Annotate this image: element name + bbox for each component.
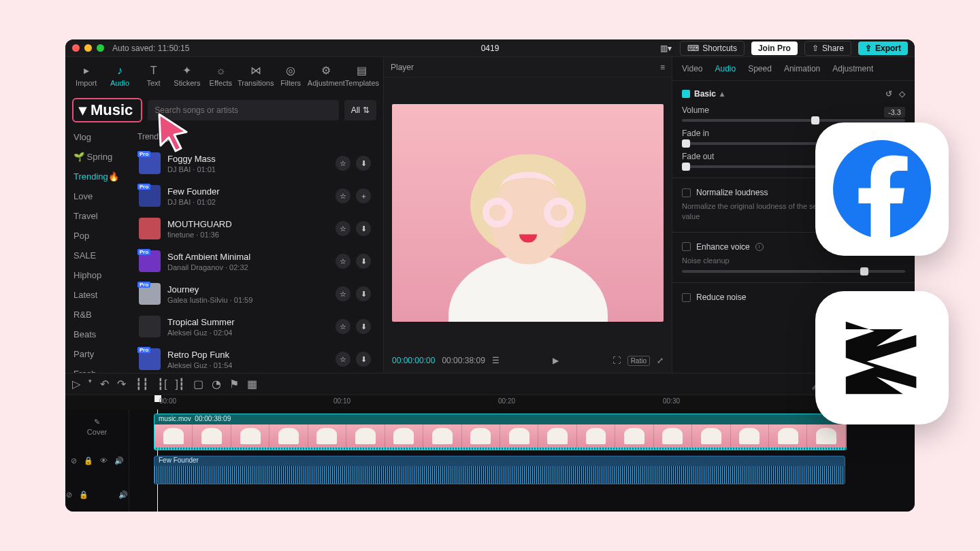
pro-badge: Pro — [137, 249, 150, 255]
track-thumbnail: Pro — [139, 152, 161, 174]
ratio-button[interactable]: Ratio — [627, 356, 650, 366]
category-item[interactable]: Travel — [74, 211, 122, 221]
keyframe-icon[interactable]: ◇ — [899, 89, 905, 99]
inspector-tab-video[interactable]: Video — [682, 64, 702, 73]
marker-tool[interactable]: ◔ — [212, 378, 221, 390]
track-row[interactable]: MOUTHGUARDfinetune · 01:36☆⬇ — [133, 212, 376, 245]
tab-text[interactable]: TText — [137, 57, 170, 94]
join-pro-button[interactable]: Join Pro — [751, 41, 798, 55]
trim-left-tool[interactable]: ┇[ — [157, 378, 167, 390]
tab-adjustment[interactable]: ⚙Adjustment — [308, 57, 345, 94]
trim-right-tool[interactable]: ]┇ — [175, 378, 184, 390]
enhance-checkbox[interactable] — [682, 242, 691, 251]
maximize-dot[interactable] — [97, 44, 104, 52]
tab-import[interactable]: ▸Import — [69, 57, 103, 94]
audio-clip[interactable]: Few Founder — [154, 456, 845, 484]
favorite-button[interactable]: ☆ — [336, 188, 350, 203]
favorite-button[interactable]: ☆ — [336, 254, 350, 269]
track-row[interactable]: ProJourneyGalea Iustin-Silviu · 01:59☆⬇ — [133, 278, 376, 310]
cover-button[interactable]: ✎ Cover — [65, 410, 129, 444]
inspector-tab-audio[interactable]: Audio — [715, 64, 736, 73]
reduce-checkbox[interactable] — [682, 293, 691, 302]
tab-audio[interactable]: ♪Audio — [103, 57, 136, 94]
category-item[interactable]: Love — [74, 191, 122, 201]
track-controls-video[interactable]: ⊘🔒👁🔊 — [65, 444, 129, 478]
close-dot[interactable] — [72, 44, 80, 52]
info-icon[interactable]: i — [755, 243, 764, 251]
timeline-ruler[interactable]: 00:00 00:10 00:20 00:30 — [65, 395, 915, 410]
add-button[interactable]: ＋ — [356, 188, 371, 203]
layout-icon[interactable]: ▥▾ — [658, 42, 673, 54]
category-item[interactable]: Beats — [74, 329, 122, 339]
category-item[interactable]: Latest — [74, 290, 122, 300]
filter-all-button[interactable]: All⇅ — [344, 100, 376, 120]
tab-label: Stickers — [174, 79, 200, 87]
favorite-button[interactable]: ☆ — [336, 221, 350, 236]
favorite-button[interactable]: ☆ — [336, 352, 350, 367]
track-row[interactable]: ProRetro Pop FunkAleksei Guz · 01:54☆⬇ — [133, 343, 376, 373]
normalize-checkbox[interactable] — [682, 188, 691, 197]
category-item[interactable]: Vlog — [74, 132, 122, 142]
tab-effects[interactable]: ☼Effects — [204, 57, 238, 94]
category-item[interactable]: Hiphop — [74, 270, 122, 280]
category-list: Vlog🌱 SpringTrending🔥LoveTravelPopSALEHi… — [65, 127, 131, 373]
tab-icon: ◎ — [286, 64, 295, 77]
window-controls[interactable] — [72, 44, 104, 52]
inspector-tab-animation[interactable]: Animation — [784, 64, 820, 73]
play-button[interactable]: ▶ — [553, 356, 559, 365]
tab-stickers[interactable]: ✦Stickers — [170, 57, 203, 94]
category-item[interactable]: SALE — [74, 250, 122, 261]
redo-button[interactable]: ↷ — [117, 378, 126, 390]
inspector-tab-adjustment[interactable]: Adjustment — [832, 64, 873, 73]
noise-cleanup-slider[interactable] — [682, 270, 905, 273]
tab-templates[interactable]: ▤Templates — [345, 57, 379, 94]
download-button[interactable]: ⬇ — [356, 254, 371, 269]
shortcuts-button[interactable]: ⌨Shortcuts — [680, 41, 745, 56]
track-thumbnail — [139, 218, 161, 239]
tab-icon: ⚙ — [321, 64, 331, 77]
category-item[interactable]: Pop — [74, 231, 122, 241]
split-tool[interactable]: ┇┇ — [135, 378, 149, 390]
track-row[interactable]: Tropical SummerAleksei Guz · 02:04☆⬇ — [133, 310, 376, 343]
delete-tool[interactable]: ▢ — [193, 378, 203, 390]
preview-area[interactable] — [384, 78, 672, 348]
category-item[interactable]: R&B — [74, 310, 122, 320]
category-item[interactable]: Trending🔥 — [74, 171, 122, 182]
download-button[interactable]: ⬇ — [356, 352, 371, 367]
player-menu-icon[interactable]: ≡ — [660, 63, 665, 72]
download-button[interactable]: ⬇ — [356, 156, 371, 171]
inspector-tab-speed[interactable]: Speed — [748, 64, 772, 73]
favorite-button[interactable]: ☆ — [336, 156, 350, 171]
tab-filters[interactable]: ◎Filters — [274, 57, 307, 94]
basic-toggle[interactable] — [682, 90, 690, 98]
download-button[interactable]: ⬇ — [356, 221, 371, 236]
export-button[interactable]: ⇪Export — [858, 41, 908, 55]
player-panel: Player ≡ 00:00:00:0 — [384, 57, 672, 373]
share-button[interactable]: ⇧Share — [804, 41, 851, 56]
search-input[interactable] — [148, 100, 338, 120]
tab-icon: ▸ — [84, 64, 89, 77]
flag-tool[interactable]: ⚑ — [229, 378, 239, 390]
download-button[interactable]: ⬇ — [356, 319, 371, 334]
track-controls-audio[interactable]: ⊘🔒🔊 — [65, 478, 129, 512]
video-clip[interactable]: music.mov 00:00:38:09 — [154, 414, 847, 450]
list-icon[interactable]: ☰ — [492, 356, 500, 365]
favorite-button[interactable]: ☆ — [336, 286, 350, 301]
favorite-button[interactable]: ☆ — [336, 319, 350, 334]
track-row[interactable]: ProSoft Ambient MinimalDanail Draganov ·… — [133, 245, 376, 278]
reset-icon[interactable]: ↺ — [885, 89, 892, 99]
undo-button[interactable]: ↶ — [100, 378, 109, 390]
volume-slider[interactable]: -3.3 — [682, 119, 905, 122]
tab-transitions[interactable]: ⋈Transitions — [238, 57, 274, 94]
category-item[interactable]: 🌱 Spring — [74, 152, 122, 162]
crop-icon[interactable]: ⛶ — [612, 356, 621, 365]
download-button[interactable]: ⬇ — [356, 286, 371, 301]
category-item[interactable]: Party — [74, 349, 122, 359]
pointer-tool[interactable]: ▷ — [72, 378, 80, 390]
track-row[interactable]: ProFew FounderDJ BAI · 01:02☆＋ — [133, 180, 376, 212]
track-row[interactable]: ProFoggy MassDJ BAI · 01:01☆⬇ — [133, 147, 376, 180]
fx-tool[interactable]: ▦ — [247, 378, 257, 390]
minimize-dot[interactable] — [84, 44, 92, 52]
music-dropdown[interactable]: ▾ Music — [72, 98, 142, 122]
fullscreen-icon[interactable]: ⤢ — [657, 356, 664, 365]
